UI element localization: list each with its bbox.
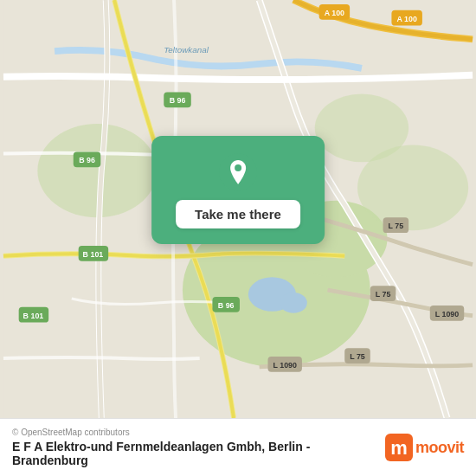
moovit-logo: m moovit: [385, 434, 464, 461]
place-name: E F A Elektro-und Fernmeldeanlagen Gmbh,…: [12, 440, 371, 467]
map-attribution: © OpenStreetMap contributors: [12, 428, 371, 437]
take-me-there-button[interactable]: Take me there: [176, 200, 300, 228]
svg-point-5: [357, 145, 468, 231]
svg-text:L 75: L 75: [350, 352, 365, 361]
svg-text:A 100: A 100: [325, 9, 344, 17]
map-area[interactable]: B 96 B 96 B 96 B 101 B 101 A 100 A 100 L…: [0, 0, 476, 418]
svg-point-34: [235, 164, 241, 171]
moovit-brand-text: moovit: [415, 439, 464, 457]
svg-point-7: [280, 293, 307, 313]
bottom-bar: © OpenStreetMap contributors E F A Elekt…: [0, 418, 476, 476]
svg-text:B 101: B 101: [83, 250, 104, 259]
moovit-m-icon: m: [385, 434, 413, 461]
svg-text:B 96: B 96: [218, 301, 235, 310]
bottom-info: © OpenStreetMap contributors E F A Elekt…: [12, 428, 371, 467]
svg-text:A 100: A 100: [397, 15, 417, 23]
svg-text:Teltowkanal: Teltowkanal: [164, 45, 209, 55]
location-pin-icon: [219, 153, 257, 191]
svg-text:L 75: L 75: [376, 290, 391, 299]
app: B 96 B 96 B 96 B 101 B 101 A 100 A 100 L…: [0, 0, 476, 476]
svg-text:B 96: B 96: [170, 96, 186, 105]
svg-text:B 101: B 101: [23, 312, 44, 320]
svg-text:L 1090: L 1090: [435, 310, 459, 318]
popup-card: Take me there: [151, 136, 325, 244]
svg-text:B 96: B 96: [79, 156, 95, 164]
svg-text:L 75: L 75: [389, 222, 404, 230]
svg-text:m: m: [390, 437, 408, 459]
svg-text:L 1090: L 1090: [273, 361, 297, 370]
